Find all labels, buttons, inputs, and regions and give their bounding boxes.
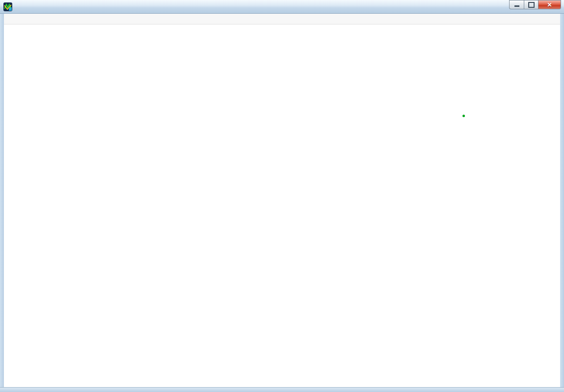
chart-area[interactable] [0, 0, 564, 392]
footer-button-bar [4, 374, 560, 386]
green-dot-icon [462, 115, 465, 117]
driver-amplitude-readout [460, 111, 465, 119]
